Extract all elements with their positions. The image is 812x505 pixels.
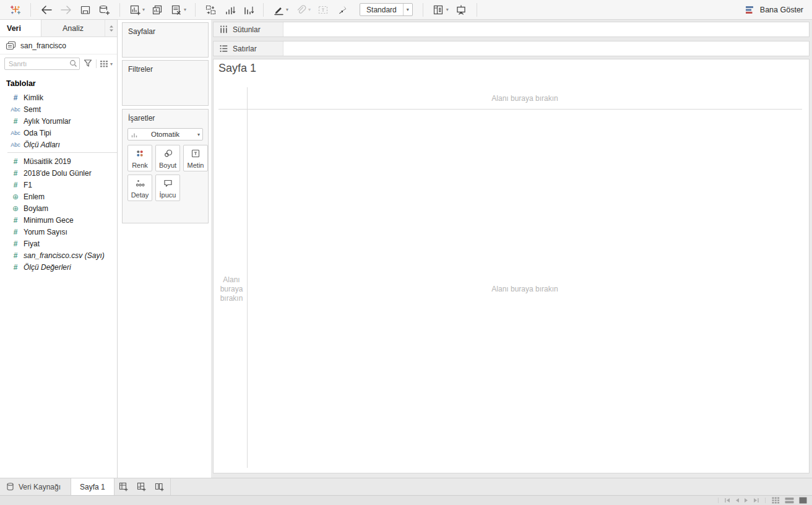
field-olcu-degerleri[interactable]: #Ölçü Değerleri [0,261,117,273]
show-me-label: Bana Göster [760,6,803,14]
drop-zone-pane[interactable]: Alanı buraya bırakın [248,285,802,293]
mark-type-value: Otomatik [151,131,179,138]
pin-icon[interactable] [332,2,351,18]
presentation-mode-icon[interactable] [452,2,471,18]
field-yorum-sayisi[interactable]: #Yorum Sayısı [0,226,117,238]
view-mode-select[interactable]: Standard ▾ [360,3,413,16]
label-icon [191,149,201,158]
field-minimum-gece[interactable]: #Minimum Gece [0,214,117,226]
text-field-icon: Abc [7,142,24,148]
new-story-tab-icon[interactable] [150,478,168,495]
filters-shelf[interactable]: Filtreler [122,60,209,106]
mark-type-dropdown[interactable]: Otomatik ▾ [127,128,203,140]
sheet-title[interactable]: Sayfa 1 [218,62,256,75]
worksheet-canvas[interactable]: Sayfa 1 Alanı buraya bırakın Alanı buray… [213,59,810,473]
highlight-icon[interactable]: ▾ [269,2,292,18]
back-icon[interactable] [37,2,56,18]
field-oda-tipi[interactable]: AbcOda Tipi [0,127,117,139]
search-box [4,58,80,70]
drop-zone-columns-header[interactable]: Alanı buraya bırakın [248,94,802,103]
field-san-francisco-csv-sayi[interactable]: #san_francisco.csv (Sayı) [0,249,117,261]
forward-icon [56,2,76,18]
field-2018-dolu-gunler[interactable]: #2018'de Dolu Günler [0,167,117,179]
save-icon[interactable] [76,2,95,18]
new-worksheet-icon[interactable]: ▾ [126,2,148,18]
drop-zone-rows-header[interactable]: Alanı buraya bırakın [217,275,246,303]
columns-drop-area[interactable] [283,22,809,37]
chevron-down-icon[interactable]: ▾ [446,7,449,12]
tab-data[interactable]: Veri [0,20,41,37]
field-kimlik[interactable]: #Kimlik [0,92,117,103]
filter-icon[interactable] [83,58,93,70]
search-row: ▾ [0,54,117,73]
color-button[interactable]: Renk [127,145,152,171]
chevron-down-icon: ▾ [308,7,311,12]
text-button[interactable]: Metin [183,145,208,171]
view-area: Sütunlar Satırlar Sayfa 1 Alanı buraya b… [211,20,812,478]
text-field-icon: Abc [7,106,24,113]
chevron-down-icon[interactable]: ▾ [142,7,145,12]
tooltip-button[interactable]: İpucu [155,175,180,201]
show-hide-cards-icon[interactable]: ▾ [429,2,452,18]
nav-prev-icon [733,498,741,503]
sort-descending-icon[interactable] [239,2,257,18]
new-worksheet-tab-icon[interactable] [114,478,132,495]
field-aylik-yorumlar[interactable]: #Aylık Yorumlar [0,115,117,127]
nav-first-icon [723,498,732,503]
clear-sheet-icon[interactable]: ▾ [166,2,189,18]
group-members-icon: ▾ [292,2,314,18]
swap-axes-icon[interactable] [201,2,220,18]
toolbar-separator [195,3,196,17]
field-boylam[interactable]: ⊕Boylam [0,202,117,214]
data-source-tab[interactable]: Veri Kaynağı [0,478,71,495]
field-olcu-adlari[interactable]: AbcÖlçü Adları [0,139,117,150]
duplicate-icon[interactable] [148,2,166,18]
field-semt[interactable]: AbcSemt [0,103,117,115]
rows-drop-area[interactable] [283,41,809,56]
sort-ascending-icon[interactable] [220,2,239,18]
number-field-icon: # [7,228,24,236]
tableau-logo-icon[interactable] [6,2,25,18]
new-dashboard-tab-icon[interactable] [132,478,150,495]
tooltip-icon [163,178,173,188]
chevron-down-icon[interactable]: ▾ [197,132,200,137]
sheet-nav-group [718,498,766,503]
show-me-button[interactable]: Bana Göster [745,5,806,15]
number-field-icon: # [7,216,24,225]
current-view-icon[interactable] [798,497,808,504]
cards-column: Sayfalar Filtreler İşaretler Otomatik ▾ [118,20,211,478]
chevron-down-icon[interactable]: ▾ [184,7,186,12]
size-button[interactable]: Boyut [155,145,180,171]
number-field-icon: # [7,117,24,126]
chevron-down-icon[interactable]: ▾ [403,4,412,15]
chevron-down-icon[interactable]: ▾ [286,7,288,12]
columns-shelf[interactable]: Sütunlar [213,22,810,37]
add-data-source-icon[interactable] [95,2,114,18]
pages-shelf[interactable]: Sayfalar [122,22,209,58]
tab-analytics[interactable]: Analiz [41,20,105,37]
field-fiyat[interactable]: #Fiyat [0,238,117,249]
rows-icon [219,44,228,53]
rows-shelf[interactable]: Satırlar [213,41,810,56]
sort-fields-icon[interactable] [105,20,117,37]
number-field-icon: # [7,169,24,178]
field-enlem[interactable]: ⊕Enlem [0,191,117,202]
field-f1[interactable]: #F1 [0,179,117,191]
field-musaitlik-2019[interactable]: #Müsaitlik 2019 [0,155,117,167]
toolbar: ▾ ▾ ▾ ▾ [0,0,812,20]
sheet-tab-active[interactable]: Sayfa 1 [71,478,114,495]
tab-bar-separator [170,478,171,495]
detail-button[interactable]: Detay [127,175,152,201]
pane-view-grid-icon[interactable]: ▾ [96,59,113,68]
filmstrip-view-icon[interactable] [784,497,795,504]
column-header-divider [218,109,802,110]
search-icon [69,59,78,70]
chevron-down-icon[interactable]: ▾ [110,61,113,67]
size-icon [163,149,173,158]
data-source-name: san_francisco [20,41,66,50]
grid-view-icon[interactable] [771,497,781,504]
data-source-icon [6,41,16,51]
data-source-item[interactable]: san_francisco [0,37,117,54]
marks-buttons: Renk Boyut Metin [127,145,208,201]
tables-section-title: Tablolar [0,73,117,92]
